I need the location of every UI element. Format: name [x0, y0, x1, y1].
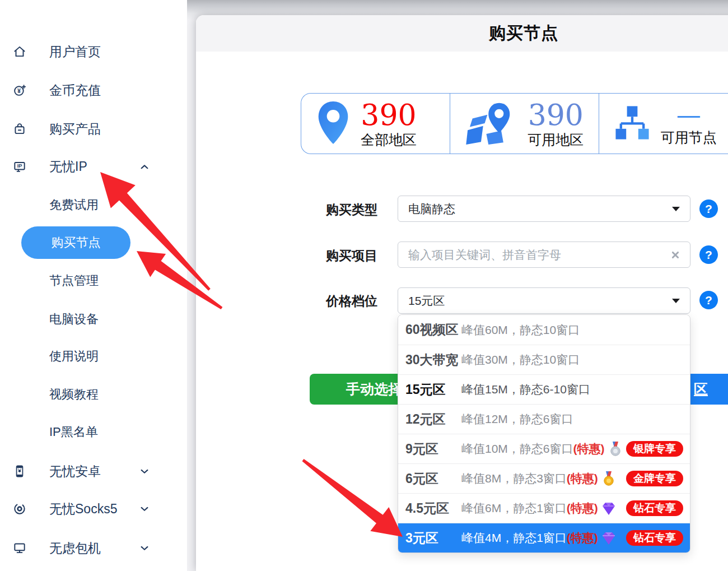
project-search-input[interactable] — [408, 248, 665, 262]
stat-all-regions: 390 全部地区 — [301, 94, 450, 154]
chevron-up-icon — [139, 163, 150, 171]
shopping-bag-icon — [12, 122, 27, 136]
sidebar-item-charter[interactable]: 无虑包机 — [0, 529, 187, 567]
tier-option-60[interactable]: 60视频区 峰值60M，静态10窗口 — [398, 315, 690, 345]
diamond-icon — [601, 530, 616, 546]
svg-text:IP: IP — [17, 163, 22, 169]
sidebar: 用户首页 ¥ 金币充值 购买产品 — [0, 0, 187, 571]
sidebar-subitem-usage[interactable]: 使用说明 — [0, 344, 187, 369]
tier-option-9[interactable]: 9元区 峰值10M，静态6窗口 (特惠) 银牌专享 — [398, 434, 690, 463]
status-badge: 金牌专享 — [626, 471, 683, 487]
coin-icon: ¥ — [12, 83, 27, 98]
tier-option-6[interactable]: 6元区 峰值8M，静态3窗口 (特惠) 金牌专享 — [398, 463, 690, 493]
clear-input-icon[interactable] — [671, 250, 680, 259]
help-project-button[interactable]: ? — [699, 245, 718, 264]
home-icon — [12, 44, 27, 59]
monitor-icon — [12, 541, 27, 555]
sidebar-item-home[interactable]: 用户首页 — [0, 33, 187, 71]
sidebar-subitem-ip-blacklist[interactable]: IP黑名单 — [0, 420, 187, 444]
stat-value: 390 — [361, 100, 416, 129]
stat-available-regions: 390 可用地区 — [450, 94, 598, 154]
stat-label: 全部地区 — [361, 133, 417, 147]
ip-card-icon: IP — [12, 159, 27, 174]
stats-panel: 390 全部地区 390 可用地区 — [301, 93, 728, 154]
page-title: 购买节点 — [489, 22, 558, 45]
sidebar-subitem-free-trial[interactable]: 免费试用 — [0, 193, 187, 217]
sidebar-item-recharge[interactable]: ¥ 金币充值 — [0, 71, 187, 109]
help-price-tier-button[interactable]: ? — [699, 291, 718, 309]
node-tree-icon — [615, 105, 650, 142]
purchase-type-select[interactable]: 电脑静态 — [398, 196, 690, 222]
sidebar-item-products[interactable]: 购买产品 — [0, 110, 187, 148]
tier-option-3[interactable]: 3元区 峰值4M，静态1窗口 (特惠) 钻石专享 — [398, 523, 690, 553]
map-area-icon — [466, 101, 516, 147]
chevron-down-icon — [672, 207, 680, 211]
android-phone-icon — [12, 464, 27, 479]
auto-select-button-partial[interactable]: 区 — [690, 374, 728, 405]
chevron-down-icon — [139, 505, 150, 513]
sidebar-item-android[interactable]: 无忧安卓 — [0, 452, 187, 490]
panel-header: 购买节点 — [196, 15, 728, 52]
svg-text:¥: ¥ — [17, 87, 21, 94]
diamond-icon — [601, 500, 616, 516]
sidebar-subitem-pc-device[interactable]: 电脑设备 — [0, 307, 187, 332]
sidebar-subitem-video[interactable]: 视频教程 — [0, 382, 187, 407]
chevron-down-icon — [672, 299, 680, 303]
gold-medal-icon — [601, 471, 616, 486]
tier-option-30[interactable]: 30大带宽 峰值30M，静态10窗口 — [398, 345, 690, 374]
stat-label: 可用地区 — [528, 133, 584, 147]
price-tier-label: 价格档位 — [326, 293, 377, 310]
purchase-type-value: 电脑静态 — [408, 201, 455, 217]
price-tier-value: 15元区 — [408, 293, 445, 309]
sidebar-item-socks5[interactable]: 无忧Socks5 — [0, 490, 187, 528]
stat-value: 390 — [528, 100, 584, 129]
price-tier-dropdown: 60视频区 峰值60M，静态10窗口 30大带宽 峰值30M，静态10窗口 15… — [398, 314, 690, 553]
tier-option-15[interactable]: 15元区 峰值15M，静态6-10窗口 — [398, 374, 690, 404]
purchase-project-label: 购买项目 — [326, 247, 377, 264]
project-input-box — [398, 242, 690, 268]
tier-option-4-5[interactable]: 4.5元区 峰值6M，静态1窗口 (特惠) 钻石专享 — [398, 493, 690, 523]
help-purchase-type-button[interactable]: ? — [699, 199, 718, 218]
sidebar-subitem-node-manage[interactable]: 节点管理 — [0, 268, 187, 293]
stat-available-nodes: — 可用节点 — [599, 94, 728, 154]
status-badge: 银牌专享 — [626, 441, 683, 457]
status-badge: 钻石专享 — [626, 530, 683, 546]
sidebar-item-wuyou-ip[interactable]: IP 无忧IP — [0, 147, 187, 185]
tier-option-12[interactable]: 12元区 峰值12M，静态6窗口 — [398, 404, 690, 434]
chevron-down-icon — [139, 467, 150, 476]
silver-medal-icon — [608, 441, 623, 457]
socks5-target-icon — [12, 502, 27, 516]
page: 购买节点 390 全部地区 — [0, 0, 728, 571]
map-pin-icon — [317, 100, 349, 147]
chevron-down-icon — [139, 544, 150, 553]
sidebar-subitem-buy-node-active[interactable]: 购买节点 — [21, 226, 130, 259]
price-tier-select[interactable]: 15元区 — [398, 287, 690, 314]
status-badge: 钻石专享 — [626, 500, 683, 517]
purchase-type-label: 购买类型 — [326, 201, 377, 219]
stat-label: 可用节点 — [661, 131, 717, 145]
stat-value: — — [676, 103, 701, 127]
